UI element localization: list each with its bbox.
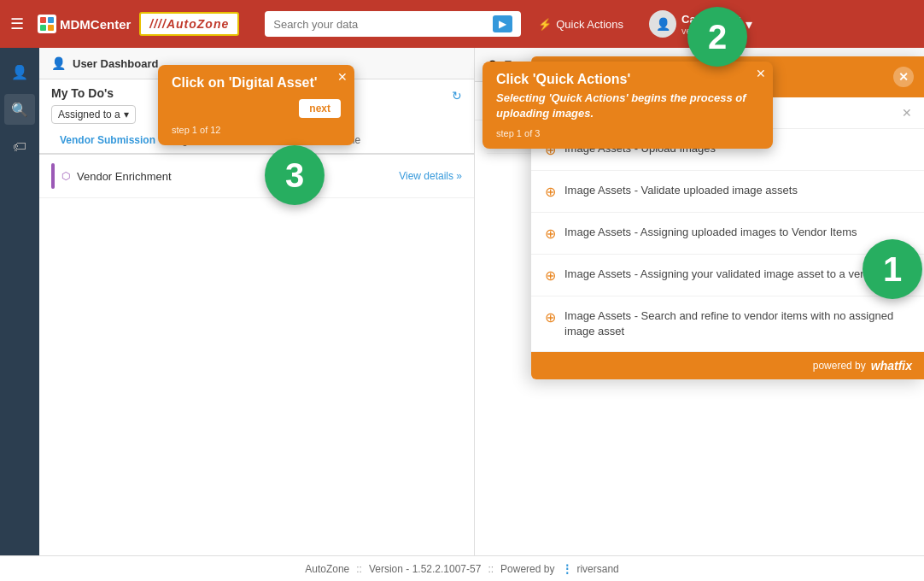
tooltip2-step: step 1 of 3 <box>496 128 759 138</box>
powered-by-label: powered by <box>813 360 866 372</box>
lightning-icon: ⚡ <box>538 18 552 31</box>
item-icon-2: ⊕ <box>545 184 556 200</box>
footer-powered-by: Powered by <box>500 563 554 575</box>
task-row: ⬡ Vendor Enrichment View details » <box>39 155 474 198</box>
search-input[interactable] <box>273 18 493 31</box>
self-help-item-2[interactable]: ⊕ Image Assets - Validate uploaded image… <box>531 171 924 213</box>
tooltip2-close-button[interactable]: ✕ <box>756 67 766 80</box>
self-help-item-3[interactable]: ⊕ Image Assets - Assigning uploaded imag… <box>531 213 924 255</box>
self-help-close-button[interactable]: ✕ <box>893 67 914 87</box>
riversand-logo: ⋮ riversand <box>561 562 618 576</box>
circle1-number: 1 <box>883 250 902 289</box>
whatfix-logo: whatfix <box>871 359 912 373</box>
navbar: ☰ MDMCenter ////AutoZone ▶ ⚡ Quick Actio… <box>0 0 924 48</box>
chevron-down-icon: ▾ <box>746 16 752 32</box>
avatar: 👤 <box>649 10 676 38</box>
footer-version: Version - 1.52.2.1007-57 <box>369 563 481 575</box>
self-help-results: ⊕ Image Assets - Upload Images ⊕ Image A… <box>531 129 924 352</box>
app-name: MDMCenter <box>60 17 131 32</box>
mdm-icon <box>38 15 56 33</box>
autozone-logo: ////AutoZone <box>139 12 239 36</box>
autozone-text: ////AutoZone <box>149 17 229 31</box>
task-name: Vendor Enrichment <box>77 170 392 183</box>
task-icon: ⬡ <box>61 170 70 182</box>
tooltip1-step: step 1 of 12 <box>172 125 341 135</box>
sidebar-item-search[interactable]: 🔍 <box>4 94 35 125</box>
tooltip2-title: Click 'Quick Actions' <box>496 72 759 87</box>
todo-filter[interactable]: Assigned to a ▾ <box>51 105 136 124</box>
task-color-indicator <box>51 163 55 189</box>
circle2-number: 2 <box>708 18 727 56</box>
search-bar: ▶ <box>265 11 521 37</box>
filter-label: Assigned to a <box>58 109 120 120</box>
quick-actions-button[interactable]: ⚡ Quick Actions <box>529 13 632 36</box>
sidebar-item-person[interactable]: 👤 <box>4 56 35 87</box>
clear-search-button[interactable]: ✕ <box>902 106 912 120</box>
item-icon-5: ⊕ <box>545 309 556 326</box>
tab-vendor-submission[interactable]: Vendor Submission <box>51 127 164 155</box>
quick-actions-label: Quick Actions <box>556 18 623 31</box>
refresh-button[interactable]: ↻ <box>452 89 462 103</box>
footer-platform: riversand <box>576 563 618 575</box>
item-icon-3: ⊕ <box>545 226 556 242</box>
tooltip1-title: Click on 'Digital Asset' <box>172 75 341 91</box>
footer: AutoZone :: Version - 1.52.2.1007-57 :: … <box>0 555 924 581</box>
close-icon: ✕ <box>898 70 909 84</box>
self-help-item-5[interactable]: ⊕ Image Assets - Search and refine to ve… <box>531 296 924 352</box>
sidebar: 👤 🔍 🏷 <box>0 48 39 555</box>
view-details-link[interactable]: View details » <box>399 170 462 182</box>
footer-sep1: :: <box>356 563 362 575</box>
dashboard-title: User Dashboard <box>73 57 158 70</box>
search-submit-button[interactable]: ▶ <box>493 15 512 32</box>
item-icon-4: ⊕ <box>545 267 556 284</box>
item-text-3: Image Assets - Assigning uploaded images… <box>564 225 857 240</box>
step-circle-2: 2 <box>687 7 747 67</box>
item-text-4: Image Assets - Assigning your validated … <box>564 267 906 282</box>
self-help-footer: powered by whatfix <box>531 352 924 379</box>
tooltip1-close-button[interactable]: ✕ <box>337 70 348 84</box>
sidebar-item-tag[interactable]: 🏷 <box>4 132 35 162</box>
item-text-2: Image Assets - Validate uploaded image a… <box>564 183 798 198</box>
circle3-number: 3 <box>285 156 304 195</box>
tooltip-digital-asset: ✕ Click on 'Digital Asset' next step 1 o… <box>158 65 354 145</box>
tooltip-quick-actions: ✕ Click 'Quick Actions' Selecting 'Quick… <box>482 62 773 149</box>
dashboard-icon: 👤 <box>51 56 66 70</box>
tooltip1-next-button[interactable]: next <box>299 99 341 118</box>
footer-company: AutoZone <box>305 563 349 575</box>
step-circle-3: 3 <box>265 145 325 205</box>
item-text-5: Image Assets - Search and refine to vend… <box>564 308 910 339</box>
filter-chevron-icon: ▾ <box>124 109 129 120</box>
tooltip2-subtitle: Selecting 'Quick Actions' begins the pro… <box>496 91 759 121</box>
hamburger-icon[interactable]: ☰ <box>10 15 24 33</box>
todo-title: My To Do's <box>51 86 114 100</box>
mdm-logo: MDMCenter <box>38 15 131 33</box>
footer-sep2: :: <box>488 563 494 575</box>
step-circle-1: 1 <box>863 239 922 299</box>
riversand-icon: ⋮ <box>561 562 573 576</box>
